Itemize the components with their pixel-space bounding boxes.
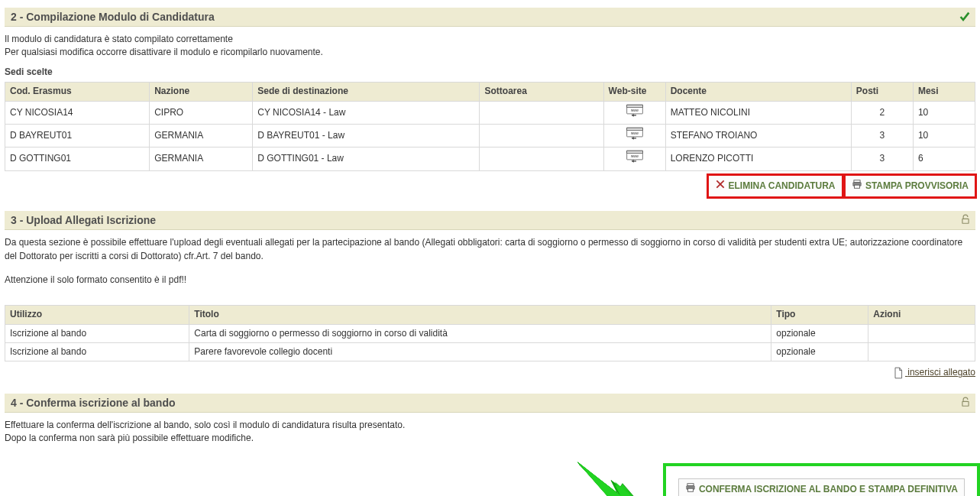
- check-icon: [959, 11, 971, 25]
- cell-cod: D GOTTING01: [5, 148, 150, 170]
- cell-nazione: CIPRO: [150, 101, 253, 124]
- cell-sede: CY NICOSIA14 - Law: [253, 101, 480, 124]
- th-utilizzo: Utilizzo: [5, 306, 189, 324]
- svg-rect-12: [962, 219, 969, 224]
- elimina-candidatura-button[interactable]: ELIMINA CANDIDATURA: [708, 175, 843, 197]
- table-row: D BAYREUT01 GERMANIA D BAYREUT01 - Law w…: [5, 124, 975, 147]
- cell-sede: D BAYREUT01 - Law: [253, 124, 480, 147]
- cell-sottoarea: [480, 124, 603, 147]
- stampa-label: STAMPA PROVVISORIA: [865, 180, 969, 193]
- cell-posti: 2: [851, 101, 913, 124]
- cell-azioni: [868, 343, 975, 361]
- cell-posti: 3: [851, 148, 913, 170]
- svg-rect-7: [626, 151, 642, 154]
- website-link[interactable]: www: [626, 104, 643, 122]
- conferma-highlight: CONFERMA ISCRIZIONE AL BANDO E STAMPA DE…: [668, 468, 975, 496]
- th-web: Web-site: [603, 83, 665, 101]
- table-row: Iscrizione al bando Parere favorevole co…: [5, 343, 975, 361]
- th-cod: Cod. Erasmus: [5, 83, 150, 101]
- section3-line1: Da questa sezione è possibile effettuare…: [5, 236, 975, 263]
- sedi-subheading: Sedi scelte: [5, 66, 975, 79]
- cell-docente: MATTEO NICOLINI: [665, 101, 851, 124]
- sedi-table: Cod. Erasmus Nazione Sede di destinazion…: [5, 82, 975, 171]
- svg-text:www: www: [631, 109, 639, 112]
- th-titolo: Titolo: [189, 306, 771, 324]
- cell-cod: CY NICOSIA14: [5, 101, 150, 124]
- svg-text:www: www: [631, 155, 639, 159]
- cell-nazione: GERMANIA: [150, 124, 253, 147]
- cell-nazione: GERMANIA: [150, 148, 253, 170]
- section2-body: Il modulo di candidatura è stato compila…: [5, 30, 975, 208]
- th-nazione: Nazione: [150, 83, 253, 101]
- th-posti: Posti: [851, 83, 913, 101]
- section4-body: Effettuare la conferma dell'iscrizione a…: [5, 416, 975, 496]
- section4-title: 4 - Conferma iscrizione al bando: [11, 397, 969, 409]
- th-sottoarea: Sottoarea: [480, 83, 603, 101]
- th-docente: Docente: [665, 83, 851, 101]
- section3-header: 3 - Upload Allegati Iscrizione: [5, 211, 975, 230]
- svg-rect-9: [854, 180, 860, 182]
- svg-rect-16: [687, 484, 694, 486]
- website-link[interactable]: www: [626, 150, 643, 167]
- cell-sede: D GOTTING01 - Law: [253, 148, 480, 170]
- cell-web: www: [603, 124, 665, 147]
- table-row: CY NICOSIA14 CIPRO CY NICOSIA14 - Law ww…: [5, 101, 975, 124]
- cell-azioni: [868, 324, 975, 342]
- table-row: Iscrizione al bando Carta di soggiorno o…: [5, 324, 975, 342]
- section2-title: 2 - Compilazione Modulo di Candidatura: [11, 11, 969, 23]
- cell-mesi: 10: [913, 101, 975, 124]
- section4-line1: Effettuare la conferma dell'iscrizione a…: [5, 419, 975, 432]
- section3-line2: Attenzione il solo formato consentito è …: [5, 274, 975, 287]
- svg-rect-11: [854, 185, 859, 188]
- unlock-icon: [960, 397, 971, 410]
- cell-mesi: 10: [913, 124, 975, 147]
- th-tipo: Tipo: [771, 306, 868, 324]
- cell-posti: 3: [851, 124, 913, 147]
- cell-tipo: opzionale: [771, 343, 868, 361]
- elimina-label: ELIMINA CANDIDATURA: [729, 180, 836, 193]
- arrow-icon: [573, 459, 649, 496]
- cell-docente: LORENZO PICOTTI: [665, 148, 851, 170]
- unlock-icon: [960, 214, 971, 227]
- cell-web: www: [603, 101, 665, 124]
- conferma-iscrizione-button[interactable]: CONFERMA ISCRIZIONE AL BANDO E STAMPA DE…: [678, 478, 965, 496]
- document-icon: [893, 367, 907, 378]
- svg-text:www: www: [631, 131, 639, 135]
- conferma-label: CONFERMA ISCRIZIONE AL BANDO E STAMPA DE…: [699, 483, 958, 496]
- svg-rect-1: [626, 105, 642, 107]
- inserisci-label: inserisci allegato: [907, 367, 975, 378]
- section2-header: 2 - Compilazione Modulo di Candidatura: [5, 8, 975, 27]
- website-link[interactable]: www: [626, 127, 643, 144]
- svg-rect-4: [626, 128, 642, 130]
- th-sede: Sede di destinazione: [253, 83, 480, 101]
- th-azioni: Azioni: [868, 306, 975, 324]
- table-row: D GOTTING01 GERMANIA D GOTTING01 - Law w…: [5, 148, 975, 170]
- cell-utilizzo: Iscrizione al bando: [5, 324, 189, 342]
- section3-title: 3 - Upload Allegati Iscrizione: [11, 214, 969, 226]
- cell-titolo: Parere favorevole collegio docenti: [189, 343, 771, 361]
- cell-cod: D BAYREUT01: [5, 124, 150, 147]
- svg-rect-18: [687, 488, 693, 491]
- section4-line2: Dopo la conferma non sarà più possibile …: [5, 432, 975, 445]
- svg-marker-15: [577, 461, 649, 496]
- print-icon: [685, 482, 696, 496]
- cell-docente: STEFANO TROIANO: [665, 124, 851, 147]
- inserisci-allegato-link[interactable]: inserisci allegato: [5, 366, 975, 379]
- cell-sottoarea: [480, 101, 603, 124]
- cell-sottoarea: [480, 148, 603, 170]
- cell-web: www: [603, 148, 665, 170]
- section2-line1: Il modulo di candidatura è stato compila…: [5, 33, 975, 46]
- print-icon: [852, 179, 862, 193]
- th-mesi: Mesi: [913, 83, 975, 101]
- delete-icon: [715, 179, 726, 193]
- section2-action-bar: ELIMINA CANDIDATURA STAMPA PROVVISORIA: [5, 175, 975, 197]
- section2-line2: Per qualsiasi modifica occorre disattiva…: [5, 46, 975, 59]
- stampa-provvisoria-button[interactable]: STAMPA PROVVISORIA: [845, 175, 975, 197]
- section3-body: Da questa sezione è possibile effettuare…: [5, 233, 975, 391]
- allegati-table: Utilizzo Titolo Tipo Azioni Iscrizione a…: [5, 305, 975, 361]
- section4-header: 4 - Conferma iscrizione al bando: [5, 394, 975, 413]
- cell-tipo: opzionale: [771, 324, 868, 342]
- cell-utilizzo: Iscrizione al bando: [5, 343, 189, 361]
- cell-mesi: 6: [913, 148, 975, 170]
- svg-rect-13: [962, 401, 969, 406]
